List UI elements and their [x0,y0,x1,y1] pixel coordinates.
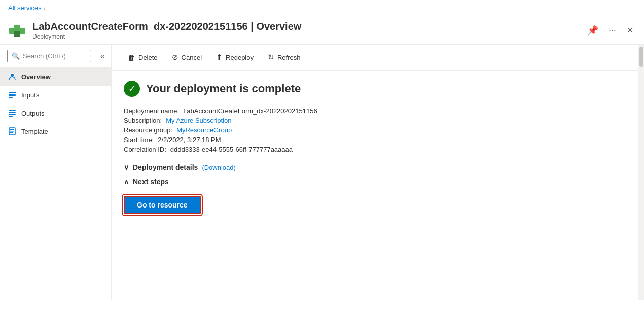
more-options-button[interactable]: ··· [606,23,618,38]
sidebar-item-inputs[interactable]: Inputs [0,86,111,104]
nav-items: Overview Inputs [0,67,111,300]
svg-rect-14 [10,131,14,132]
header-text-block: LabAccountCreateForm_dx-20220202151156 |… [32,20,585,40]
deployment-details-section-title: Deployment details [133,163,198,171]
resource-group-label: Resource group: [124,126,172,134]
detail-row-correlation-id: Correlation ID: dddd3333-ee44-5555-66ff-… [124,146,626,153]
content-body: ✓ Your deployment is complete Deployment… [112,71,638,300]
pin-button[interactable]: 📌 [585,23,600,38]
resource-group-value[interactable]: MyResourceGroup [176,126,232,134]
refresh-button[interactable]: ↻ Refresh [262,50,307,65]
svg-point-4 [11,74,14,77]
deployment-details-section-header[interactable]: ∨ Deployment details (Download) [124,163,626,171]
correlation-id-value: dddd3333-ee44-5555-66ff-777777aaaaaa [170,146,293,153]
svg-rect-15 [10,132,13,133]
search-row: 🔍 « [0,45,111,67]
start-time-value: 2/2/2022, 3:27:18 PM [158,136,221,144]
delete-button[interactable]: 🗑 Delete [122,50,164,65]
deployment-name-label: Deployment name: [124,107,179,115]
inputs-icon [8,91,16,99]
all-services-link[interactable]: All services [8,4,42,12]
start-time-label: Start time: [124,136,154,144]
svg-rect-11 [9,116,13,117]
resource-icon [8,21,26,39]
breadcrumb-chevron: › [44,5,46,11]
redeploy-button[interactable]: ⬆ Redeploy [210,50,260,65]
close-button[interactable]: ✕ [624,23,636,38]
next-steps-title: Next steps [133,178,169,186]
detail-row-name: Deployment name: LabAccountCreateForm_dx… [124,107,626,115]
svg-rect-10 [9,114,16,115]
sidebar-label-template: Template [21,128,48,135]
detail-row-subscription: Subscription: My Azure Subscription [124,117,626,124]
detail-row-resource-group: Resource group: MyResourceGroup [124,126,626,134]
next-steps-chevron: ∧ [124,178,129,186]
search-input[interactable] [23,52,87,60]
header-actions: 📌 ··· ✕ [585,23,636,38]
cancel-icon: ⊘ [172,53,178,62]
svg-rect-8 [9,110,16,111]
success-check-icon: ✓ [124,81,140,97]
close-icon: ✕ [626,25,634,36]
collapse-icon: « [100,52,105,60]
cancel-button[interactable]: ⊘ Cancel [166,50,208,65]
svg-rect-13 [10,129,14,130]
correlation-id-label: Correlation ID: [124,146,166,153]
pin-icon: 📌 [587,25,598,36]
outputs-icon [8,109,16,117]
sidebar-item-overview[interactable]: Overview [0,67,111,86]
toolbar: 🗑 Delete ⊘ Cancel ⬆ Redeploy ↻ Refresh [112,45,638,71]
svg-rect-9 [9,112,16,113]
delete-icon: 🗑 [128,53,135,62]
overview-icon [8,73,16,81]
ellipsis-icon: ··· [609,25,616,36]
sidebar-label-outputs: Outputs [21,110,45,117]
deployment-details: Deployment name: LabAccountCreateForm_dx… [124,107,626,153]
resource-type-label: Deployment [32,33,585,40]
svg-rect-7 [9,97,13,98]
go-to-resource-button[interactable]: Go to resource [124,196,201,214]
svg-rect-6 [9,94,16,96]
next-steps-section-header[interactable]: ∧ Next steps [124,178,626,186]
sidebar: 🔍 « Overview [0,45,112,300]
sidebar-label-overview: Overview [21,73,51,81]
svg-rect-5 [9,92,16,93]
main-layout: 🔍 « Overview [0,45,644,300]
scrollbar[interactable] [638,45,644,300]
sidebar-item-outputs[interactable]: Outputs [0,104,111,122]
svg-rect-3 [14,31,20,37]
scrollbar-thumb[interactable] [639,47,643,67]
refresh-icon: ↻ [268,53,274,62]
go-to-resource-wrapper: Go to resource [124,192,626,214]
search-icon: 🔍 [12,52,20,60]
detail-row-start-time: Start time: 2/2/2022, 3:27:18 PM [124,136,626,144]
deployment-complete-title: Your deployment is complete [146,82,301,95]
deployment-details-chevron: ∨ [124,163,129,171]
content-area: 🗑 Delete ⊘ Cancel ⬆ Redeploy ↻ Refresh ✓… [112,45,638,300]
search-box[interactable]: 🔍 [7,50,91,62]
collapse-sidebar-button[interactable]: « [96,50,109,63]
page-title: LabAccountCreateForm_dx-20220202151156 |… [32,20,585,33]
next-steps-section: ∧ Next steps Go to resource [124,178,626,214]
page-header: LabAccountCreateForm_dx-20220202151156 |… [0,16,644,45]
sidebar-item-template[interactable]: Template [0,122,111,141]
breadcrumb: All services › [0,0,644,16]
sidebar-label-inputs: Inputs [21,91,39,99]
template-icon [8,127,16,135]
subscription-value[interactable]: My Azure Subscription [166,117,231,124]
redeploy-icon: ⬆ [216,53,223,62]
deployment-complete-banner: ✓ Your deployment is complete [124,81,626,97]
download-link[interactable]: (Download) [202,164,235,171]
subscription-label: Subscription: [124,117,162,124]
deployment-name-value: LabAccountCreateForm_dx-20220202151156 [183,107,317,115]
